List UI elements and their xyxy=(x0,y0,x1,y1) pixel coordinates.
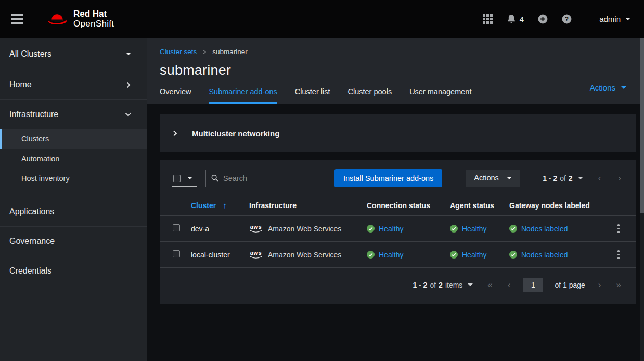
caret-down-icon xyxy=(507,177,512,179)
next-page-button[interactable]: › xyxy=(616,173,623,184)
cluster-name: local-cluster xyxy=(187,251,245,259)
agent-status-link[interactable]: Healthy xyxy=(450,225,505,233)
bulk-select-checkbox[interactable] xyxy=(173,175,181,182)
sidebar-item-automation[interactable]: Automation xyxy=(0,149,147,169)
current-page-input[interactable] xyxy=(523,278,543,292)
tab-cluster-list[interactable]: Cluster list xyxy=(295,87,330,104)
bottom-pagination: 1 - 2 of 2 items « ‹ of 1 page › » xyxy=(160,268,636,304)
context-switcher-label: All Clusters xyxy=(9,49,51,59)
app-launcher-icon xyxy=(483,14,493,24)
nav-toggle-button[interactable] xyxy=(9,11,25,27)
table-toolbar: Install Submariner add-ons Actions 1 - 2… xyxy=(160,160,636,195)
agent-status-link[interactable]: Healthy xyxy=(450,251,505,259)
install-submariner-button[interactable]: Install Submariner add-ons xyxy=(334,169,442,187)
brand-line2: OpenShift xyxy=(73,19,114,29)
cluster-name: dev-a xyxy=(187,225,245,233)
pagination-items-toggle[interactable]: 1 - 2 of 2 items xyxy=(413,281,473,289)
sidebar-item-governance[interactable]: Governance xyxy=(0,227,147,256)
sidebar-item-host-inventory[interactable]: Host inventory xyxy=(0,169,147,188)
status-healthy-icon xyxy=(450,225,458,233)
chevron-down-icon xyxy=(625,18,630,20)
top-pagination: 1 - 2 of 2 ‹ › xyxy=(543,173,623,184)
user-menu-button[interactable]: admin xyxy=(599,15,630,23)
prev-page-button[interactable]: ‹ xyxy=(596,173,603,184)
tab-bar: Overview Submariner add-ons Cluster list… xyxy=(160,87,632,104)
tab-overview[interactable]: Overview xyxy=(160,87,191,104)
help-button[interactable]: ? xyxy=(562,14,572,24)
breadcrumb-cluster-sets-link[interactable]: Cluster sets xyxy=(160,48,197,56)
submariner-table-card: Install Submariner add-ons Actions 1 - 2… xyxy=(160,160,636,304)
column-header-agent-status: Agent status xyxy=(446,201,505,210)
page-title: submariner xyxy=(160,62,632,79)
main-area: Cluster sets submariner submariner Actio… xyxy=(147,38,644,361)
table-header-row: Cluster ↑ Infrastructure Connection stat… xyxy=(160,195,636,216)
bulk-select-dropdown[interactable] xyxy=(172,170,197,187)
multicluster-networking-expandable[interactable]: Multicluster networking xyxy=(160,114,636,152)
caret-down-icon xyxy=(187,177,192,179)
sidebar-item-home[interactable]: Home xyxy=(0,70,147,99)
tab-submariner-add-ons[interactable]: Submariner add-ons xyxy=(209,87,277,104)
sidebar-item-credentials[interactable]: Credentials xyxy=(0,256,147,286)
scrollbar-thumb[interactable] xyxy=(640,38,644,213)
gateway-nodes-link[interactable]: Nodes labeled xyxy=(509,251,601,259)
sort-ascending-icon: ↑ xyxy=(223,201,227,210)
toolbar-actions-dropdown[interactable]: Actions xyxy=(466,170,520,187)
svg-text:?: ? xyxy=(565,16,569,23)
gateway-nodes-link[interactable]: Nodes labeled xyxy=(509,225,601,233)
table-row: dev-a aws Amazon Web Services Health xyxy=(160,216,636,242)
breadcrumb-separator-icon xyxy=(202,49,207,55)
breadcrumb: Cluster sets submariner xyxy=(160,48,632,56)
bell-icon xyxy=(507,14,516,24)
status-healthy-icon xyxy=(509,251,517,259)
column-header-gateway-nodes: Gateway nodes labeled xyxy=(505,201,601,210)
prev-page-button[interactable]: ‹ xyxy=(506,279,513,290)
page-scrollbar xyxy=(640,38,644,361)
search-icon xyxy=(211,174,218,182)
status-healthy-icon xyxy=(367,225,375,233)
sidebar-item-applications[interactable]: Applications xyxy=(0,197,147,226)
search-box xyxy=(205,170,326,187)
notifications-button[interactable]: 4 xyxy=(507,14,524,24)
brand-line1: Red Hat xyxy=(73,9,114,19)
column-header-infrastructure: Infrastructure xyxy=(245,201,363,210)
user-name: admin xyxy=(599,15,621,23)
infrastructure-submenu: Clusters Automation Host inventory xyxy=(0,129,147,197)
hamburger-icon xyxy=(11,14,23,16)
cluster-context-switcher[interactable]: All Clusters xyxy=(0,38,147,70)
masthead: Red Hat OpenShift 4 xyxy=(0,0,644,38)
page-header: Cluster sets submariner submariner Actio… xyxy=(147,38,644,104)
pagination-menu-toggle[interactable]: 1 - 2 of 2 xyxy=(543,174,583,183)
first-page-button[interactable]: « xyxy=(485,279,494,290)
next-page-button[interactable]: › xyxy=(596,279,603,290)
connection-status-link[interactable]: Healthy xyxy=(367,251,446,259)
column-header-cluster[interactable]: Cluster ↑ xyxy=(187,201,245,210)
last-page-button[interactable]: » xyxy=(614,279,623,290)
row-kebab-menu[interactable] xyxy=(614,221,623,236)
caret-down-icon xyxy=(126,53,131,55)
infrastructure-label: Amazon Web Services xyxy=(268,251,341,259)
page-actions-dropdown[interactable]: Actions xyxy=(590,83,626,92)
create-button[interactable] xyxy=(538,14,548,24)
connection-status-link[interactable]: Healthy xyxy=(367,225,446,233)
column-header-connection-status: Connection status xyxy=(363,201,446,210)
row-kebab-menu[interactable] xyxy=(614,247,623,262)
aws-icon: aws xyxy=(249,250,263,259)
page-content: Multicluster networking Install Submarin… xyxy=(147,104,644,361)
app-launcher-button[interactable] xyxy=(483,14,493,24)
plus-circle-icon xyxy=(538,14,548,24)
row-checkbox[interactable] xyxy=(173,224,180,231)
expandable-card-title: Multicluster networking xyxy=(192,129,279,138)
caret-down-icon xyxy=(468,283,473,286)
row-checkbox[interactable] xyxy=(173,250,180,257)
search-input[interactable] xyxy=(223,174,320,183)
aws-icon: aws xyxy=(249,224,263,233)
brand-logo: Red Hat OpenShift xyxy=(46,9,114,29)
tab-user-management[interactable]: User management xyxy=(409,87,471,104)
chevron-right-icon xyxy=(125,82,132,88)
page-count-label: of 1 page xyxy=(555,281,585,289)
sidebar-item-clusters[interactable]: Clusters xyxy=(0,129,147,149)
sidebar-item-infrastructure[interactable]: Infrastructure xyxy=(0,100,147,129)
notification-count: 4 xyxy=(520,15,524,23)
redhat-fedora-icon xyxy=(46,11,68,27)
tab-cluster-pools[interactable]: Cluster pools xyxy=(348,87,392,104)
